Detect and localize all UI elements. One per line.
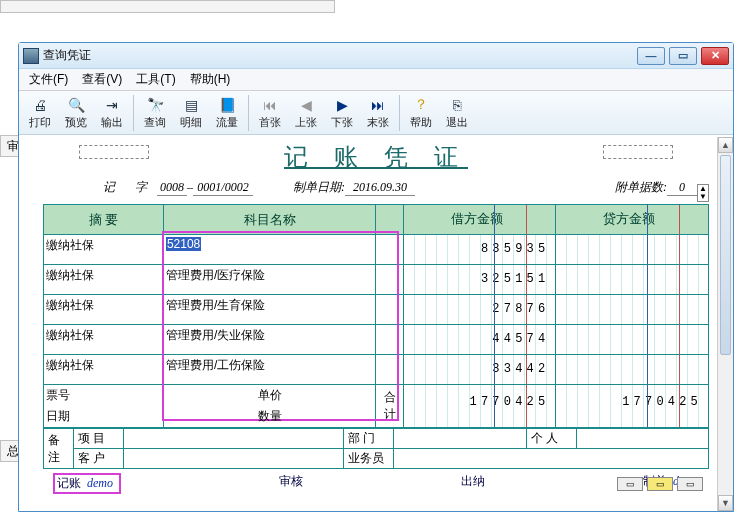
- debit-cell[interactable]: 44574: [404, 325, 556, 354]
- exit-icon: ⎘: [448, 96, 466, 114]
- subject-cell[interactable]: 管理费用/工伤保险: [163, 355, 376, 385]
- col-credit[interactable]: 贷方金额: [556, 205, 709, 235]
- date-label: 日期: [44, 406, 164, 428]
- table-row[interactable]: 缴纳社保管理费用/生育保险27876: [44, 295, 709, 325]
- vertical-scrollbar[interactable]: ▲ ▼: [717, 137, 733, 511]
- minimize-button[interactable]: —: [637, 47, 665, 65]
- detail-button[interactable]: ▤明细: [174, 93, 208, 133]
- bookkeeper-highlight: 记账 demo: [53, 473, 121, 494]
- customer-label: 客 户: [74, 449, 124, 469]
- maximize-button[interactable]: ▭: [669, 47, 697, 65]
- menu-file[interactable]: 文件(F): [23, 69, 74, 90]
- sales-label: 业务员: [344, 449, 394, 469]
- printer-icon: 🖨: [31, 96, 49, 114]
- titlebar[interactable]: 查询凭证 — ▭ ✕: [19, 43, 733, 69]
- menu-help[interactable]: 帮助(H): [184, 69, 237, 90]
- query-button[interactable]: 🔭查询: [138, 93, 172, 133]
- status-icon[interactable]: ▭: [647, 477, 673, 491]
- help-icon: ？: [412, 96, 430, 114]
- remark-label: 备注: [44, 429, 74, 469]
- next-icon: ▶: [333, 96, 351, 114]
- credit-cell[interactable]: [556, 265, 708, 294]
- attach-spinner-icon[interactable]: ▲▼: [697, 184, 709, 202]
- table-row[interactable]: 缴纳社保管理费用/失业保险44574: [44, 325, 709, 355]
- export-button[interactable]: ⇥输出: [95, 93, 129, 133]
- debit-cell[interactable]: 27876: [404, 295, 556, 324]
- credit-cell[interactable]: [556, 235, 708, 264]
- credit-cell[interactable]: [556, 355, 708, 384]
- summary-cell[interactable]: 缴纳社保: [44, 325, 164, 355]
- print-button[interactable]: 🖨打印: [23, 93, 57, 133]
- table-row[interactable]: 缴纳社保管理费用/医疗保险325151: [44, 265, 709, 295]
- ticket-label: 票号: [44, 385, 164, 407]
- attachment-count: 0: [667, 180, 697, 196]
- book-icon: 📘: [218, 96, 236, 114]
- voucher-window: 查询凭证 — ▭ ✕ 文件(F) 查看(V) 工具(T) 帮助(H) 🖨打印 🔍…: [18, 42, 734, 512]
- total-label: 合 计: [376, 385, 403, 428]
- binoculars-icon: 🔭: [146, 96, 164, 114]
- subject-cell[interactable]: 管理费用/失业保险: [163, 325, 376, 355]
- scroll-down-icon[interactable]: ▼: [718, 495, 733, 511]
- voucher-date: 2016.09.30: [345, 180, 415, 196]
- debit-cell[interactable]: 835935: [404, 235, 556, 264]
- prev-icon: ◀: [297, 96, 315, 114]
- credit-cell[interactable]: [556, 325, 708, 354]
- remark-grid: 备注 项 目 部 门 个 人 客 户 业务员: [43, 428, 709, 469]
- project-label: 项 目: [74, 429, 124, 449]
- exit-button[interactable]: ⎘退出: [440, 93, 474, 133]
- col-summary[interactable]: 摘 要: [44, 205, 164, 235]
- menubar: 文件(F) 查看(V) 工具(T) 帮助(H): [19, 69, 733, 91]
- preview-button[interactable]: 🔍预览: [59, 93, 93, 133]
- status-icons: ▭ ▭ ▭: [617, 477, 703, 491]
- help-button[interactable]: ？帮助: [404, 93, 438, 133]
- debit-cell[interactable]: 33442: [404, 355, 556, 384]
- close-button[interactable]: ✕: [701, 47, 729, 65]
- summary-cell[interactable]: 缴纳社保: [44, 235, 164, 265]
- prev-button[interactable]: ◀上张: [289, 93, 323, 133]
- flow-button[interactable]: 📘流量: [210, 93, 244, 133]
- last-icon: ⏭: [369, 96, 387, 114]
- table-row[interactable]: 缴纳社保管理费用/工伤保险33442: [44, 355, 709, 385]
- background-fragment: [0, 0, 335, 13]
- person-label: 个 人: [526, 429, 576, 449]
- menu-view[interactable]: 查看(V): [76, 69, 128, 90]
- batch-number: 0008: [157, 180, 187, 196]
- voucher-meta: 记 字 0008 – 0001/0002 制单日期: 2016.09.30 附单…: [43, 179, 709, 202]
- subject-cell[interactable]: 管理费用/生育保险: [163, 295, 376, 325]
- voucher-title: 记 账 凭 证: [43, 141, 709, 173]
- col-subject[interactable]: 科目名称: [163, 205, 376, 235]
- voucher-area: 记 账 凭 证 记 字 0008 – 0001/0002 制单日期: 2016.…: [23, 137, 729, 511]
- subject-cell[interactable]: 管理费用/医疗保险: [163, 265, 376, 295]
- toolbar: 🖨打印 🔍预览 ⇥输出 🔭查询 ▤明细 📘流量 ⏮首张 ◀上张 ▶下张 ⏭末张 …: [19, 91, 733, 135]
- credit-cell[interactable]: [556, 295, 708, 324]
- summary-cell[interactable]: 缴纳社保: [44, 295, 164, 325]
- first-icon: ⏮: [261, 96, 279, 114]
- status-icon[interactable]: ▭: [677, 477, 703, 491]
- qty-label: 数量: [258, 408, 282, 425]
- menu-tools[interactable]: 工具(T): [130, 69, 181, 90]
- table-row[interactable]: 缴纳社保52108835935: [44, 235, 709, 265]
- window-title: 查询凭证: [43, 47, 637, 64]
- col-spacer: [376, 205, 403, 235]
- credit-total: 1770425: [556, 385, 708, 427]
- next-button[interactable]: ▶下张: [325, 93, 359, 133]
- separator: [399, 95, 400, 131]
- col-debit[interactable]: 借方金额: [403, 205, 556, 235]
- price-label: 单价: [258, 387, 282, 404]
- list-icon: ▤: [182, 96, 200, 114]
- sequence-number: 0001/0002: [193, 180, 253, 196]
- export-icon: ⇥: [103, 96, 121, 114]
- debit-cell[interactable]: 325151: [404, 265, 556, 294]
- separator: [133, 95, 134, 131]
- first-button[interactable]: ⏮首张: [253, 93, 287, 133]
- summary-cell[interactable]: 缴纳社保: [44, 265, 164, 295]
- subject-cell[interactable]: 52108: [163, 235, 376, 265]
- status-icon[interactable]: ▭: [617, 477, 643, 491]
- scroll-up-icon[interactable]: ▲: [718, 137, 733, 153]
- summary-cell[interactable]: 缴纳社保: [44, 355, 164, 385]
- bookkeeper: demo: [87, 476, 113, 491]
- magnifier-icon: 🔍: [67, 96, 85, 114]
- last-button[interactable]: ⏭末张: [361, 93, 395, 133]
- signature-line: 记账 demo 审核 出纳 制单 demo: [43, 471, 709, 496]
- scroll-thumb[interactable]: [720, 155, 731, 355]
